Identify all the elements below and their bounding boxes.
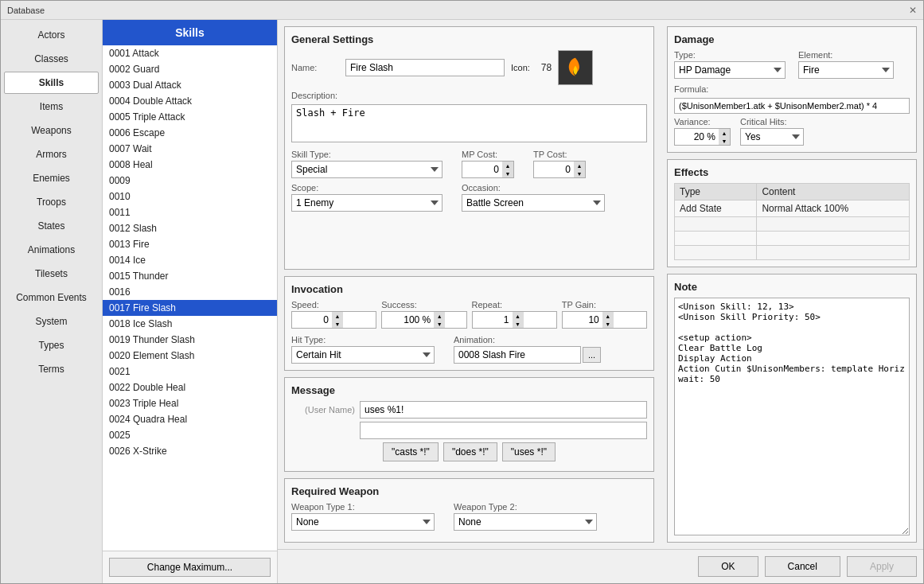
skill-item-0018[interactable]: 0018 Ice Slash (103, 316, 277, 332)
repeat-input[interactable] (473, 312, 513, 328)
success-input[interactable] (382, 312, 434, 328)
skill-item-0011[interactable]: 0011 (103, 204, 277, 220)
variance-decrement[interactable]: ▼ (719, 137, 730, 145)
skill-item-0013[interactable]: 0013 Fire (103, 236, 277, 252)
note-textarea[interactable]: <Unison Skill: 12, 13> <Unison Skill Pri… (674, 298, 910, 535)
skill-item-0020[interactable]: 0020 Element Slash (103, 348, 277, 364)
message-line1-input[interactable] (360, 401, 647, 419)
nav-skills[interactable]: Skills (4, 72, 99, 94)
name-input[interactable] (345, 59, 505, 76)
skill-item-0017[interactable]: 0017 Fire Slash (103, 300, 277, 316)
effects-empty-row-1[interactable] (675, 217, 910, 232)
nav-enemies[interactable]: Enemies (4, 167, 99, 189)
critical-hits-select[interactable]: Yes No (740, 128, 804, 146)
tp-gain-spinner[interactable]: ▲ ▼ (562, 311, 647, 329)
nav-troops[interactable]: Troops (4, 191, 99, 213)
description-input[interactable]: Slash + Fire (291, 104, 647, 142)
animation-input[interactable] (454, 346, 581, 364)
tp-gain-input[interactable] (563, 312, 602, 328)
occasion-select[interactable]: Battle Screen (462, 194, 605, 212)
repeat-increment[interactable]: ▲ (513, 312, 524, 320)
nav-common-events[interactable]: Common Events (4, 286, 99, 309)
skill-item-0003[interactable]: 0003 Dual Attack (103, 77, 277, 93)
tp-cost-spinner[interactable]: ▲ ▼ (533, 161, 586, 178)
tp-gain-decrement[interactable]: ▼ (602, 320, 614, 328)
skill-item-0001[interactable]: 0001 Attack (103, 45, 277, 61)
skill-item-0008[interactable]: 0008 Heal (103, 157, 277, 173)
skill-item-0026[interactable]: 0026 X-Strike (103, 443, 277, 459)
nav-system[interactable]: System (4, 310, 99, 333)
nav-states[interactable]: States (4, 215, 99, 237)
casts-button[interactable]: "casts *!" (383, 442, 439, 461)
skill-item-0025[interactable]: 0025 (103, 427, 277, 443)
skill-item-0002[interactable]: 0002 Guard (103, 61, 277, 77)
formula-input[interactable] (674, 98, 910, 114)
apply-button[interactable]: Apply (847, 556, 917, 577)
success-spinner[interactable]: ▲ ▼ (381, 311, 466, 329)
skill-item-0016[interactable]: 0016 (103, 284, 277, 300)
cancel-button[interactable]: Cancel (765, 556, 840, 577)
skill-item-0022[interactable]: 0022 Double Heal (103, 380, 277, 395)
success-decrement[interactable]: ▼ (434, 320, 445, 328)
skill-item-0023[interactable]: 0023 Triple Heal (103, 395, 277, 411)
uses-button[interactable]: "uses *!" (502, 442, 556, 461)
skill-item-0009[interactable]: 0009 (103, 173, 277, 189)
animation-ellipsis-button[interactable]: ... (583, 347, 601, 363)
damage-element-select[interactable]: Fire (798, 61, 894, 79)
repeat-decrement[interactable]: ▼ (513, 320, 524, 328)
ok-button[interactable]: OK (698, 556, 758, 577)
effects-empty-row-3[interactable] (675, 246, 910, 260)
scope-select[interactable]: 1 Enemy (291, 194, 443, 212)
does-button[interactable]: "does *!" (443, 442, 497, 461)
mp-cost-decrement[interactable]: ▼ (502, 169, 513, 177)
skill-item-0010[interactable]: 0010 (103, 189, 277, 204)
skill-type-select[interactable]: Special (291, 161, 443, 178)
skill-item-0015[interactable]: 0015 Thunder (103, 268, 277, 284)
mp-cost-spinner[interactable]: ▲ ▼ (462, 161, 514, 178)
tp-gain-increment[interactable]: ▲ (602, 312, 614, 320)
skill-item-0014[interactable]: 0014 Ice (103, 252, 277, 268)
close-button[interactable]: ✕ (909, 5, 917, 16)
nav-armors[interactable]: Armors (4, 143, 99, 165)
skill-item-0012[interactable]: 0012 Slash (103, 220, 277, 236)
mp-cost-increment[interactable]: ▲ (502, 162, 513, 169)
tp-cost-increment[interactable]: ▲ (574, 162, 585, 169)
speed-decrement[interactable]: ▼ (332, 320, 343, 328)
nav-tilesets[interactable]: Tilesets (4, 263, 99, 285)
skill-item-0004[interactable]: 0004 Double Attack (103, 93, 277, 109)
tp-cost-decrement[interactable]: ▼ (574, 169, 585, 177)
skill-item-0005[interactable]: 0005 Triple Attack (103, 109, 277, 125)
icon-selector[interactable] (558, 50, 593, 85)
speed-increment[interactable]: ▲ (332, 312, 343, 320)
skill-item-0007[interactable]: 0007 Wait (103, 141, 277, 157)
change-maximum-button[interactable]: Change Maximum... (109, 558, 271, 577)
weapon-type2-select[interactable]: None (454, 513, 597, 531)
skill-item-0024[interactable]: 0024 Quadra Heal (103, 411, 277, 427)
damage-type-select[interactable]: HP Damage (674, 61, 786, 79)
mp-cost-input[interactable] (462, 162, 502, 177)
nav-animations[interactable]: Animations (4, 239, 99, 261)
nav-classes[interactable]: Classes (4, 48, 99, 70)
variance-input[interactable] (675, 129, 719, 145)
speed-spinner[interactable]: ▲ ▼ (291, 311, 376, 329)
effects-empty-row-2[interactable] (675, 232, 910, 246)
nav-terms[interactable]: Terms (4, 358, 99, 380)
weapon-type1-select[interactable]: None (291, 513, 435, 531)
tp-cost-input[interactable] (534, 162, 574, 177)
hit-type-select[interactable]: Certain Hit (291, 346, 435, 364)
skills-list[interactable]: 0001 Attack 0002 Guard 0003 Dual Attack … (103, 45, 277, 551)
variance-increment[interactable]: ▲ (719, 129, 730, 137)
skill-item-0006[interactable]: 0006 Escape (103, 125, 277, 141)
message-line2-input[interactable] (360, 422, 647, 439)
nav-actors[interactable]: Actors (4, 24, 99, 46)
skill-item-0019[interactable]: 0019 Thunder Slash (103, 332, 277, 348)
skill-item-0021[interactable]: 0021 (103, 364, 277, 380)
nav-weapons[interactable]: Weapons (4, 119, 99, 142)
effects-row-0[interactable]: Add State Normal Attack 100% (675, 201, 910, 217)
variance-spinner[interactable]: ▲ ▼ (674, 128, 731, 146)
repeat-spinner[interactable]: ▲ ▼ (472, 311, 557, 329)
success-increment[interactable]: ▲ (434, 312, 445, 320)
nav-items[interactable]: Items (4, 95, 99, 118)
nav-types[interactable]: Types (4, 334, 99, 356)
speed-input[interactable] (292, 312, 332, 328)
